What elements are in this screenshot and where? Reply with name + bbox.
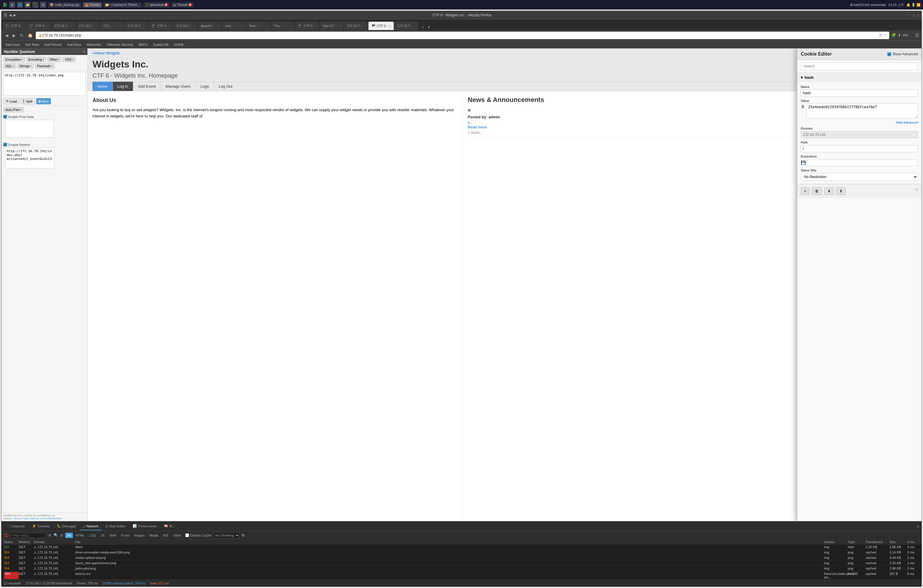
reload-button[interactable]: ↻ — [19, 33, 25, 38]
ff-tab-2[interactable]: 172.16.7... — [51, 22, 75, 30]
table-row[interactable]: 304 GET ⚠ 172.16.70.141 palm-pilot.png i… — [2, 566, 921, 572]
cookie-section-hash-header[interactable]: ▾ hash — [797, 73, 921, 82]
ff-tab-10[interactable]: Netc... — [246, 22, 270, 30]
network-clear-btn[interactable]: 🚫 — [4, 533, 8, 537]
nav-login[interactable]: Log In — [113, 82, 133, 91]
type-btn-css[interactable]: CSS — [87, 533, 98, 538]
bookmark-ghdb[interactable]: GHDB — [172, 42, 185, 47]
ff-tab-6[interactable]: 🏴CTF 6 - — [149, 22, 173, 30]
split-button[interactable]: ⎜ Split — [21, 98, 35, 104]
table-row[interactable]: 304 GET ⚠ 172.16.70.141 drive-removable-… — [2, 550, 921, 555]
type-btn-ws[interactable]: WS — [161, 533, 171, 538]
cookie-value-textarea[interactable]: 25e4ee4e9229397b6b17776bfceaf8e7 — [806, 103, 918, 118]
bookmark-kali-forums[interactable]: Kali Forums — [43, 42, 64, 47]
referer-textarea[interactable]: http://172.16.70.141/index.php?action=ed… — [5, 148, 54, 169]
ff-tab-3[interactable]: 172.16.7... — [76, 22, 100, 30]
devtools-tab-style[interactable]: {} Style Editor — [102, 522, 129, 531]
taskbar-item-firefox[interactable]: 🦊 Firefox — [83, 2, 102, 7]
devtools-tab-debugger[interactable]: 🐛 Debugger — [53, 522, 80, 531]
ff-close-btn[interactable]: × — [917, 13, 919, 17]
cookie-import-btn[interactable]: ⬇ — [824, 187, 834, 195]
post-data-textarea[interactable] — [5, 120, 54, 138]
bookmark-nethunter[interactable]: NetHunter — [85, 42, 103, 47]
devtools-settings-btn[interactable]: ⚙ — [241, 533, 245, 537]
sql-button[interactable]: SQL ▾ — [3, 63, 16, 69]
devtools-close-btn[interactable]: × — [917, 524, 919, 529]
ff-tab-14[interactable]: 172.16.7... — [344, 22, 368, 30]
cookie-save-icon[interactable]: 💾 — [801, 160, 806, 165]
ff-overflow-btn[interactable]: … — [910, 34, 913, 37]
payloads-button[interactable]: Payloads ▾ — [35, 63, 54, 69]
taskbar-icon-terminal[interactable]: ⬛ — [33, 2, 38, 8]
nav-log-out[interactable]: Log Out — [214, 82, 238, 91]
devtools-tab-network[interactable]: ↕ Network — [80, 522, 102, 531]
devtools-tab-console[interactable]: ⚡ Console — [28, 522, 53, 531]
ff-nav-back[interactable]: ◀ — [9, 13, 11, 17]
taskbar-icon-apps[interactable]: ⊞ — [9, 2, 15, 8]
encoding-button[interactable]: Encoding ▾ — [26, 57, 46, 62]
cookie-name-input[interactable] — [801, 89, 918, 97]
nav-manage-users[interactable]: Manage Users — [161, 82, 196, 91]
type-btn-images[interactable]: Images — [132, 533, 146, 538]
devtools-tab-inspector[interactable]: ⬚ Inspector — [4, 522, 28, 531]
throttle-select[interactable]: No Throttling — [213, 532, 240, 538]
cookie-domain-input[interactable] — [801, 131, 918, 138]
new-tab-btn[interactable]: + — [420, 25, 426, 30]
ff-tab-4[interactable]: 172... — [100, 22, 124, 30]
ff-tab-1[interactable]: 🏴CTF 6 - — [27, 22, 51, 30]
hide-advanced-link[interactable]: Hide Advanced — [801, 121, 918, 124]
cookie-add-btn[interactable]: + — [801, 187, 810, 195]
bookmark-kali-docs[interactable]: Kali Docs — [66, 42, 83, 47]
cookie-export-btn[interactable]: ⬆ — [836, 187, 846, 195]
forward-button[interactable]: ▶ — [11, 33, 17, 38]
site-breadcrumb[interactable]: «About Widgets — [92, 48, 917, 56]
taskbar-icon-settings[interactable]: ⚙ — [40, 2, 46, 8]
ff-tab-16[interactable]: 172.16.7... — [394, 22, 418, 30]
disable-cache-checkbox[interactable] — [185, 533, 189, 537]
nav-logs[interactable]: Logs — [195, 82, 214, 91]
cookie-delete-btn[interactable]: 🗑 — [812, 187, 822, 195]
reader-mode-icon[interactable]: ☰ — [879, 33, 882, 38]
news-read-more-link[interactable]: Read more — [468, 125, 487, 129]
autopwn-button[interactable]: Auto-Pwn ▾ — [3, 107, 24, 112]
nav-home[interactable]: Home — [92, 82, 113, 91]
hackbar-source-link[interactable]: Source: https://github.com/notdls/hackba… — [13, 517, 63, 520]
taskbar-item-code-backup[interactable]: 📦 code_backup.tgz — [48, 2, 81, 7]
ff-tab-5[interactable]: 172.16.7... — [125, 22, 148, 30]
extensions-btn[interactable]: 🧩 — [891, 33, 896, 38]
type-btn-xhr[interactable]: XHR — [107, 533, 118, 538]
taskbar-icon-browser[interactable]: 🌐 — [17, 2, 23, 8]
block-btn[interactable]: ⊘ — [60, 533, 63, 537]
strings-button[interactable]: Strings ▾ — [17, 63, 34, 69]
show-advanced-checkbox[interactable] — [887, 52, 891, 56]
ff-tab-15[interactable]: 🏴CTF 6 -× — [368, 22, 394, 30]
enable-post-data-checkbox[interactable] — [3, 115, 7, 118]
ff-tab-8[interactable]: Apache... — [198, 22, 222, 30]
devtools-tab-performance[interactable]: 📊 Performance — [129, 522, 160, 531]
enable-referer-checkbox[interactable] — [3, 143, 7, 146]
ff-tab-9[interactable]: netc... — [222, 22, 246, 30]
type-btn-all[interactable]: All — [65, 533, 73, 538]
type-btn-js[interactable]: JS — [99, 533, 107, 538]
back-button[interactable]: ◀ — [4, 33, 10, 38]
table-row[interactable]: 304 GET ⚠ 172.16.70.141 stock_new-appoin… — [2, 561, 921, 566]
home-button[interactable]: 🏠 — [26, 33, 34, 38]
table-row[interactable]: 404 GET ⚠ 172.16.70.141 favicon.ico Favi… — [2, 572, 921, 580]
ff-tab-0[interactable]: 🏴CTF 6 - — [3, 22, 26, 30]
type-btn-other[interactable]: Other — [171, 533, 184, 538]
ff-minimize-btn[interactable]: − — [908, 13, 910, 17]
tab-close-15[interactable]: × — [389, 25, 391, 28]
cookie-path-input[interactable] — [801, 145, 918, 152]
pause-btn[interactable]: ⏸ — [48, 533, 52, 537]
url-bar[interactable]: 🔒 172.16.70.141/index.php ☰ ☆ — [36, 31, 889, 39]
ff-maximize-btn[interactable]: □ — [913, 13, 915, 17]
devtools-tab-m[interactable]: 🧠 M... — [160, 522, 178, 531]
ff-nav-forward[interactable]: ▶ — [13, 13, 16, 17]
ff-tab-12[interactable]: 🏴CTF 6 - — [295, 22, 319, 30]
run-button[interactable]: ▶ Run — [36, 98, 51, 104]
bookmark-kali-tools[interactable]: Kali Tools — [23, 42, 41, 47]
cookie-delete-icon[interactable]: 🗑 — [801, 104, 805, 109]
ff-tab-13[interactable]: http://17... — [320, 22, 343, 30]
search-btn[interactable]: 🔍 — [54, 533, 58, 537]
tab-list-btn[interactable]: ▾ — [427, 25, 431, 30]
